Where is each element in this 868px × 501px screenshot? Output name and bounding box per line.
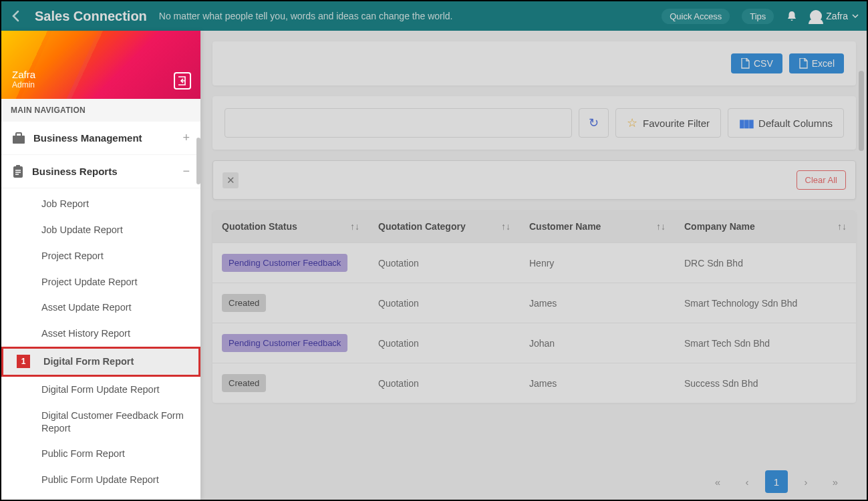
tips-button[interactable]: Tips [742, 9, 774, 24]
briefcase-icon [12, 132, 25, 144]
collapse-sidebar-icon[interactable] [174, 72, 191, 90]
top-header: Sales Connection No matter what people t… [1, 1, 867, 31]
export-excel-button[interactable]: Excel [789, 53, 844, 73]
active-filters-bar: ✕ Clear All [212, 160, 856, 200]
col-customer-name[interactable]: Customer Name↑↓ [520, 210, 675, 242]
page-next[interactable]: › [794, 470, 817, 493]
page-prev[interactable]: ‹ [736, 470, 758, 493]
back-arrow-icon[interactable] [9, 9, 23, 23]
scrollbar[interactable] [859, 71, 864, 151]
sort-icon: ↑↓ [837, 221, 847, 232]
page-last[interactable]: » [824, 470, 847, 493]
filter-bar: ↻ ☆Favourite Filter ▮▮▮Default Columns [212, 96, 856, 150]
status-badge: Pending Customer Feedback [222, 334, 347, 352]
col-quotation-category[interactable]: Quotation Category↑↓ [369, 210, 520, 242]
sidebar-scrollbar[interactable] [196, 138, 200, 184]
notifications-icon[interactable] [786, 10, 798, 22]
file-icon [799, 58, 808, 69]
sidebar-item-digital-form-report[interactable]: Digital Form Report1 [1, 347, 200, 377]
avatar-icon [810, 10, 822, 22]
sidebar-item-job-update-report[interactable]: Job Update Report [1, 217, 200, 243]
clear-all-button[interactable]: Clear All [797, 170, 846, 190]
sort-icon: ↑↓ [656, 221, 666, 232]
star-icon: ☆ [627, 116, 637, 130]
clear-chip-icon[interactable]: ✕ [223, 172, 239, 188]
page-current[interactable]: 1 [765, 470, 788, 493]
status-badge: Pending Customer Feedback [222, 254, 347, 272]
sort-icon: ↑↓ [501, 221, 511, 232]
collapse-icon: − [182, 164, 190, 178]
callout-badge: 1 [17, 355, 30, 368]
sidebar-item-digital-customer-feedback-form-report[interactable]: Digital Customer Feedback Form Report [1, 403, 200, 442]
chevron-down-icon [852, 13, 859, 19]
filter-input[interactable] [225, 108, 572, 138]
section-business-management[interactable]: Business Management + [1, 122, 200, 155]
columns-icon: ▮▮▮ [739, 117, 753, 130]
page-first[interactable]: « [706, 470, 729, 493]
data-table: Quotation Status↑↓ Quotation Category↑↓ … [212, 210, 856, 403]
table-row[interactable]: Pending Customer FeedbackQuotationHenryD… [212, 242, 856, 283]
sidebar-item-asset-update-report[interactable]: Asset Update Report [1, 295, 200, 321]
table-row[interactable]: CreatedQuotationJamesSmart Technology Sd… [212, 283, 856, 323]
sidebar-item-digital-form-update-report[interactable]: Digital Form Update Report [1, 377, 200, 403]
table-row[interactable]: Pending Customer FeedbackQuotationJohanS… [212, 323, 856, 363]
export-card: CSV Excel [212, 41, 856, 86]
sidebar-user-name: Zafra [12, 69, 190, 80]
svg-rect-1 [16, 133, 21, 136]
sidebar-item-public-form-report[interactable]: Public Form Report [1, 441, 200, 467]
app-brand: Sales Connection [35, 9, 147, 24]
sidebar-item-job-report[interactable]: Job Report [1, 191, 200, 217]
refresh-button[interactable]: ↻ [579, 108, 609, 138]
user-menu[interactable]: Zafra [810, 10, 859, 22]
export-csv-button[interactable]: CSV [731, 53, 782, 73]
default-columns-button[interactable]: ▮▮▮Default Columns [728, 108, 844, 138]
table-row[interactable]: CreatedQuotationJamesSuccess Sdn Bhd [212, 363, 856, 403]
sidebar-item-asset-history-report[interactable]: Asset History Report [1, 321, 200, 347]
sidebar-item-project-report[interactable]: Project Report [1, 243, 200, 269]
sidebar-item-public-form-update-report[interactable]: Public Form Update Report [1, 467, 200, 493]
user-name-label: Zafra [826, 11, 848, 21]
nav-title: MAIN NAVIGATION [1, 99, 200, 122]
quick-access-button[interactable]: Quick Access [662, 9, 730, 24]
table-header-row: Quotation Status↑↓ Quotation Category↑↓ … [212, 210, 856, 242]
sort-icon: ↑↓ [350, 221, 359, 232]
header-tagline: No matter what people tell you, words an… [159, 11, 453, 21]
clipboard-icon [12, 165, 24, 178]
col-company-name[interactable]: Company Name↑↓ [675, 210, 856, 242]
refresh-icon: ↻ [589, 116, 599, 130]
status-badge: Created [222, 374, 266, 392]
favourite-filter-button[interactable]: ☆Favourite Filter [615, 108, 721, 138]
expand-icon: + [182, 131, 190, 145]
sidebar-user-role: Admin [12, 80, 190, 90]
sidebar: Zafra Admin MAIN NAVIGATION Business Man… [1, 31, 200, 500]
file-icon [740, 58, 750, 69]
sidebar-header: Zafra Admin [1, 31, 200, 99]
status-badge: Created [222, 294, 266, 312]
pagination: « ‹ 1 › » [706, 470, 847, 493]
col-quotation-status[interactable]: Quotation Status↑↓ [212, 210, 369, 242]
section-business-reports[interactable]: Business Reports − [1, 155, 200, 188]
sidebar-item-project-update-report[interactable]: Project Update Report [1, 269, 200, 295]
svg-rect-3 [16, 165, 20, 168]
